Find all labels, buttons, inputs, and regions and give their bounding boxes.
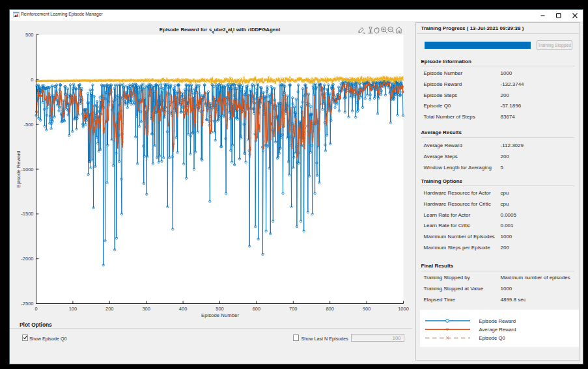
svg-text:0: 0	[35, 306, 37, 312]
svg-text:-2000: -2000	[21, 256, 33, 262]
svg-text:100: 100	[69, 306, 77, 312]
svg-text:Episode Reward: Episode Reward	[16, 150, 21, 187]
svg-text:500: 500	[216, 306, 224, 312]
svg-text:200: 200	[105, 306, 114, 312]
svg-text:800: 800	[326, 306, 334, 312]
svg-text:Average Reward: Average Reward	[479, 326, 516, 332]
svg-text:Episode Number: Episode Number	[201, 312, 239, 318]
svg-text:-500: -500	[23, 122, 33, 128]
svg-text:500: 500	[25, 32, 34, 38]
svg-text:700: 700	[289, 306, 298, 312]
svg-text:Episode Q0: Episode Q0	[479, 335, 505, 340]
svg-text:Episode Reward: Episode Reward	[479, 318, 515, 323]
svg-text:-1000: -1000	[21, 167, 33, 172]
svg-text:300: 300	[142, 306, 150, 312]
svg-text:-2500: -2500	[21, 301, 33, 307]
svg-text:400: 400	[179, 306, 188, 312]
svg-text:900: 900	[363, 306, 371, 312]
svg-text:0: 0	[31, 77, 33, 83]
svg-text:1000: 1000	[398, 306, 409, 312]
svg-text:600: 600	[253, 306, 261, 312]
svg-text:-1500: -1500	[21, 211, 33, 217]
